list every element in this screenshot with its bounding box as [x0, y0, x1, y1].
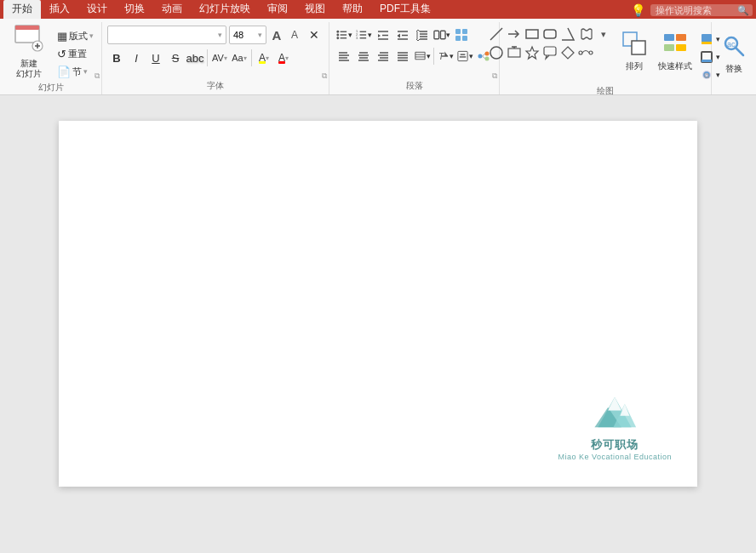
tab-help[interactable]: 帮助: [334, 0, 371, 19]
font-color-icon: A: [278, 52, 285, 64]
svg-rect-82: [664, 34, 674, 41]
drawing-expand-icon[interactable]: ⧉: [704, 71, 709, 81]
char-spacing-label: AV: [212, 53, 224, 63]
svg-line-67: [490, 28, 502, 40]
align-right-button[interactable]: [374, 47, 392, 66]
align-text-button[interactable]: ▾: [455, 47, 474, 66]
shrink-font-button[interactable]: A: [287, 27, 302, 43]
svg-marker-77: [562, 47, 574, 59]
bold-button[interactable]: B: [107, 48, 126, 67]
svg-rect-72: [508, 48, 520, 57]
shape-rect[interactable]: [524, 26, 541, 43]
tab-pdf[interactable]: PDF工具集: [371, 0, 439, 19]
font-name-dropdown[interactable]: ▾: [107, 26, 226, 44]
shape-diamond[interactable]: [559, 44, 576, 61]
svg-point-10: [336, 37, 339, 39]
font-name-arrow: ▾: [218, 31, 222, 39]
section-button[interactable]: 📄 节 ▾: [54, 63, 96, 80]
find-icon: ac: [722, 34, 746, 62]
shape-connector[interactable]: [577, 44, 594, 61]
shapes-more-arrow[interactable]: ▾: [595, 26, 612, 43]
shape-callout[interactable]: [541, 44, 558, 61]
shape-circle[interactable]: [488, 44, 505, 61]
find-button[interactable]: ac 替换: [717, 27, 751, 78]
svg-rect-31: [455, 29, 461, 34]
change-case-button[interactable]: Aa ▾: [230, 48, 249, 67]
char-spacing-button[interactable]: AV ▾: [210, 48, 229, 67]
underline-button[interactable]: U: [146, 48, 165, 67]
svg-text:3.: 3.: [356, 37, 358, 40]
font-size-dropdown[interactable]: 48 ▾: [229, 26, 266, 44]
para-row-2: ▾ T ▾ ▾: [335, 47, 494, 66]
justify-button[interactable]: [393, 47, 412, 66]
tab-insert[interactable]: 插入: [41, 0, 78, 19]
svg-line-64: [483, 56, 486, 59]
font-size-value: 48: [233, 30, 243, 40]
svg-rect-85: [676, 44, 686, 51]
shape-arrow[interactable]: [506, 26, 523, 43]
tab-animation[interactable]: 动画: [153, 0, 191, 19]
tab-review[interactable]: 审阅: [259, 0, 296, 19]
svg-point-6: [336, 31, 339, 33]
shape-scroll[interactable]: [577, 26, 594, 43]
svg-rect-70: [544, 30, 556, 38]
reset-icon: ↺: [57, 48, 66, 60]
smart-art-button[interactable]: [452, 26, 471, 44]
svg-rect-1: [15, 26, 39, 30]
reset-button[interactable]: ↺ 重置: [54, 45, 96, 62]
main-slide-area: 秒可职场 Miao Ke Vocational Education: [0, 95, 756, 553]
grow-font-button[interactable]: A: [269, 27, 284, 43]
svg-point-8: [336, 34, 339, 37]
slide-canvas[interactable]: 秒可职场 Miao Ke Vocational Education: [59, 121, 697, 487]
font-expand-icon[interactable]: ⧉: [322, 71, 327, 81]
svg-rect-84: [664, 44, 674, 51]
svg-text:ac: ac: [727, 40, 736, 48]
decrease-indent-button[interactable]: [374, 26, 392, 44]
tab-transition[interactable]: 切换: [116, 0, 153, 19]
search-input[interactable]: [650, 4, 753, 16]
find-label: 替换: [725, 64, 742, 74]
svg-rect-29: [434, 31, 439, 38]
italic-button[interactable]: I: [127, 48, 146, 67]
line-spacing-button[interactable]: [413, 26, 432, 44]
tab-slideshow[interactable]: 幻灯片放映: [191, 0, 259, 19]
shape-line[interactable]: [488, 26, 505, 43]
tab-home[interactable]: 开始: [3, 0, 41, 19]
shape-star[interactable]: [524, 44, 541, 61]
layout-button[interactable]: ▦ 版式 ▾: [54, 27, 96, 44]
shape-text-box[interactable]: [506, 44, 523, 61]
ribbon-tabs-bar: 开始 插入 设计 切换 动画 幻灯片放映 审阅 视图 帮助 PDF工具集 💡 🔍: [0, 0, 756, 19]
new-slide-button[interactable]: 新建幻灯片: [5, 24, 53, 75]
group-slides: 新建幻灯片 ▦ 版式 ▾ ↺ 重置 📄 节 ▾: [0, 22, 102, 94]
columns-button[interactable]: ▾: [432, 26, 451, 44]
tab-design[interactable]: 设计: [78, 0, 116, 19]
font-format-row: B I U S abc AV ▾ Aa ▾ A: [107, 48, 293, 67]
shape-rounded-rect[interactable]: [541, 26, 558, 43]
svg-marker-98: [608, 397, 621, 411]
clear-format-button[interactable]: ✕: [305, 26, 324, 44]
increase-indent-button[interactable]: [393, 26, 412, 44]
text-direction-button[interactable]: T ▾: [436, 47, 455, 66]
slides-expand-icon[interactable]: ⧉: [94, 71, 100, 81]
shadow-button[interactable]: abc: [186, 48, 204, 67]
shapes-row-1: ▾: [488, 26, 612, 43]
bullets-button[interactable]: ▾: [335, 26, 353, 44]
font-size-arrow: ▾: [258, 31, 262, 39]
quick-styles-button[interactable]: 快速样式: [656, 26, 694, 75]
text-highlight-button[interactable]: A ▾: [255, 48, 273, 67]
tab-view[interactable]: 视图: [296, 0, 334, 19]
svg-marker-75: [526, 47, 538, 59]
para-divider: [433, 48, 434, 65]
arrange-button[interactable]: 排列: [616, 26, 653, 75]
justify-col-button[interactable]: ▾: [413, 47, 432, 66]
numbering-button[interactable]: 1.2.3. ▾: [354, 26, 373, 44]
align-center-button[interactable]: [354, 47, 373, 66]
group-drawing: ▾ 排列: [500, 22, 712, 94]
layout-label: 版式: [69, 30, 88, 43]
strikethrough-button[interactable]: S: [166, 48, 185, 67]
shape-triangle[interactable]: [559, 26, 576, 43]
group-font: ▾ 48 ▾ A A ✕ B I U S abc AV ▾: [102, 22, 329, 94]
watermark-logo-icon: [585, 391, 644, 437]
align-left-button[interactable]: [335, 47, 353, 66]
font-color-button[interactable]: A ▾: [274, 48, 293, 67]
